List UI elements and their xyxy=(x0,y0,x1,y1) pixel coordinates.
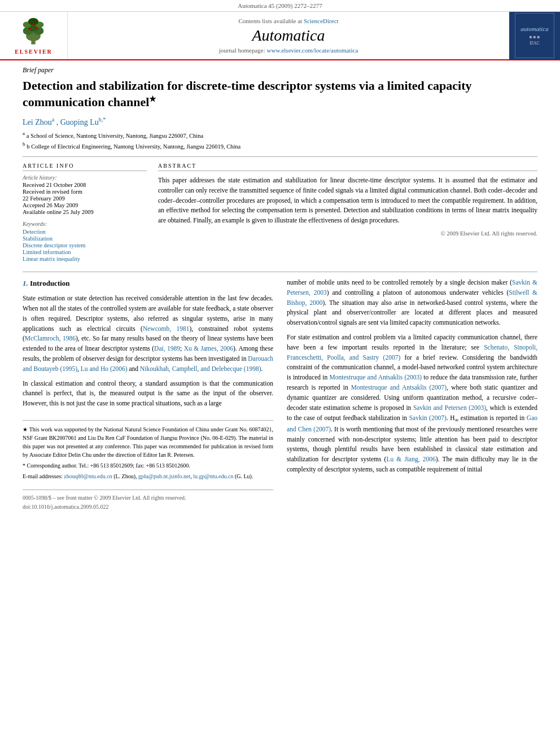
email2-suffix: , xyxy=(190,473,192,479)
paper-type-label: Brief paper xyxy=(23,66,537,75)
divider-1 xyxy=(23,156,537,157)
authors-line: Lei Zhoua , Guoping Lub,* xyxy=(23,116,537,127)
footnote-email: E-mail addresses: zhouq80@ntu.edu.cn (L.… xyxy=(23,472,273,480)
email3-name: (G. Lu). xyxy=(235,473,253,479)
journal-header: ELSEVIER Contents lists available at Sci… xyxy=(0,12,560,60)
section1-heading: 1. Introduction xyxy=(23,278,273,289)
author2-name: , Guoping Lu xyxy=(56,117,99,126)
section1-title: Introduction xyxy=(30,279,70,287)
ref-dai[interactable]: Dai, 1989 xyxy=(154,345,180,352)
page: Automatica 45 (2009) 2272–2277 xyxy=(0,0,560,747)
body-para-1: State estimation or state detection has … xyxy=(23,294,273,374)
keyword-3: Discrete descriptor system xyxy=(23,242,147,248)
available-date: Available online 25 July 2009 xyxy=(23,209,147,215)
paper-title-text: Detection and stabilization for discrete… xyxy=(23,78,472,109)
badge-title-text: automatica xyxy=(520,25,549,32)
divider-2 xyxy=(23,272,537,272)
footnote-star: ★ This work was supported by the Nationa… xyxy=(23,425,273,459)
section1-num: 1. xyxy=(23,279,30,287)
keyword-2: Stabilization xyxy=(23,235,147,242)
affil-b-text: b College of Electrical Engineering, Nan… xyxy=(27,143,240,149)
abstract-text: This paper addresses the state estimatio… xyxy=(158,176,537,226)
footnote-star-text: ★ This work was supported by the Nationa… xyxy=(23,426,273,458)
affiliations: a a School of Science, Nantong Universit… xyxy=(23,130,537,151)
body-section: 1. Introduction State estimation or stat… xyxy=(23,278,537,514)
journal-logo-right: automatica ■ ■ ■ IFAC xyxy=(509,12,560,59)
abstract-col: ABSTRACT This paper addresses the state … xyxy=(158,163,537,263)
svg-point-8 xyxy=(29,28,32,30)
article-info-col: ARTICLE INFO Article history: Received 2… xyxy=(23,163,147,263)
history-label: Article history: xyxy=(23,174,147,181)
ref-montestruque-2007[interactable]: Montestruque and Antsaklis (2007) xyxy=(351,384,447,391)
citation-line: Automatica 45 (2009) 2272–2277 xyxy=(0,0,560,12)
sciencedirect-link[interactable]: ScienceDirect xyxy=(304,18,339,24)
body-col-left: 1. Introduction State estimation or stat… xyxy=(23,278,273,514)
email1-name: (L. Zhou), xyxy=(113,473,137,479)
homepage-line: journal homepage: www.elsevier.com/locat… xyxy=(219,47,358,54)
revised-date: 22 February 2009 xyxy=(23,195,147,202)
ref-lu-jiang[interactable]: Lu & Jiang, 2006 xyxy=(386,456,435,462)
ref-lu-ho[interactable]: Lu and Ho (2006) xyxy=(81,365,128,372)
affil-a-text: a School of Science, Nantong University,… xyxy=(27,133,203,139)
received-date: Received 21 October 2008 xyxy=(23,182,147,188)
badge-decoration: ■ ■ ■ xyxy=(530,34,540,40)
ref-nikoukhah[interactable]: Nikoukhah, Campbell, and Delebecque (199… xyxy=(140,365,261,372)
svg-point-10 xyxy=(33,24,35,26)
keyword-1: Detection xyxy=(23,229,147,235)
elsevier-text: ELSEVIER xyxy=(15,49,53,55)
ref-savkin-2007[interactable]: Savkin (2007) xyxy=(409,414,447,421)
contents-label: Contents lists available at xyxy=(238,18,302,24)
homepage-link[interactable]: www.elsevier.com/locate/automatica xyxy=(267,47,358,54)
body-para-2: In classical estimation and control theo… xyxy=(23,379,273,409)
keyword-4: Limited information xyxy=(23,249,147,255)
keyword-5: Linear matrix inequality xyxy=(23,256,147,262)
email-label: E-mail addresses: xyxy=(23,473,63,479)
ref-mcclamroch[interactable]: McClamroch, 1986 xyxy=(25,335,76,342)
article-info-title: ARTICLE INFO xyxy=(23,163,147,171)
affil-b: b b College of Electrical Engineering, N… xyxy=(23,141,537,151)
paper-title: Detection and stabilization for discrete… xyxy=(23,78,537,111)
footnote-corr-text: * Corresponding author. Tel.: +86 513 85… xyxy=(23,462,190,469)
body-col-right: number of mobile units need to be contro… xyxy=(287,278,537,514)
issn-text: 0005-1098/$ – see front matter © 2009 El… xyxy=(23,493,186,503)
elsevier-logo-area: ELSEVIER xyxy=(0,12,68,59)
doi-line: doi:10.1016/j.automatica.2009.05.022 xyxy=(23,503,273,515)
body-para-right-2: For state estimation and control problem… xyxy=(287,333,537,475)
svg-point-9 xyxy=(36,27,38,29)
email3-link[interactable]: lu.gp@ntu.edu.cn xyxy=(193,473,233,479)
author2-sup: b,* xyxy=(99,116,106,123)
keywords-section: Keywords: Detection Stabilization Discre… xyxy=(23,221,147,262)
revised-label: Received in revised form xyxy=(23,189,147,195)
ref-xu[interactable]: Xu & James, 2006 xyxy=(184,345,233,352)
copyright-line: © 2009 Elsevier Ltd. All rights reserved… xyxy=(158,230,537,237)
accepted-date: Accepted 26 May 2009 xyxy=(23,202,147,208)
email2-link[interactable]: gplu@pub.nt.jsinfo.net xyxy=(138,473,190,479)
elsevier-logo: ELSEVIER xyxy=(15,16,53,55)
email1-link[interactable]: zhouq80@ntu.edu.cn xyxy=(64,473,112,479)
footnote-corr: * Corresponding author. Tel.: +86 513 85… xyxy=(23,461,273,470)
paper-title-sup: ★ xyxy=(149,95,156,103)
badge-sub: IFAC xyxy=(530,41,540,46)
automatica-badge: automatica ■ ■ ■ IFAC xyxy=(515,13,554,58)
sciencedirect-line: Contents lists available at ScienceDirec… xyxy=(238,18,338,24)
ref-schenato[interactable]: Schenato, Sinopoli, Franceschetti, Pooll… xyxy=(287,344,537,361)
citation-text: Automatica 45 (2009) 2272–2277 xyxy=(238,2,322,9)
ref-montestruque-2003[interactable]: Montestruque and Antsaklis (2003) xyxy=(329,374,422,381)
journal-center: Contents lists available at ScienceDirec… xyxy=(68,12,509,59)
ref-newcomb[interactable]: Newcomb, 1981 xyxy=(143,325,190,332)
journal-title: Automatica xyxy=(252,27,325,45)
keywords-label: Keywords: xyxy=(23,221,147,227)
footnote-section: ★ This work was supported by the Nationa… xyxy=(23,420,273,480)
ref-savkin-petersen-2003[interactable]: Savkin and Petersen (2003) xyxy=(413,404,486,411)
homepage-label: journal homepage: xyxy=(219,47,265,54)
author1-sup: a xyxy=(52,116,54,123)
body-para-right-1: number of mobile units need to be contro… xyxy=(287,278,537,328)
bottom-bar: 0005-1098/$ – see front matter © 2009 El… xyxy=(23,490,273,503)
paper-content: Brief paper Detection and stabilization … xyxy=(0,60,560,526)
author1-name: Lei Zhou xyxy=(23,117,52,126)
abstract-title: ABSTRACT xyxy=(158,163,537,171)
ref-savkin-petersen[interactable]: Savkin & Petersen, 2003 xyxy=(287,279,537,296)
affil-a: a a School of Science, Nantong Universit… xyxy=(23,130,537,140)
elsevier-tree-icon xyxy=(16,16,50,47)
info-abstract-section: ARTICLE INFO Article history: Received 2… xyxy=(23,163,537,263)
